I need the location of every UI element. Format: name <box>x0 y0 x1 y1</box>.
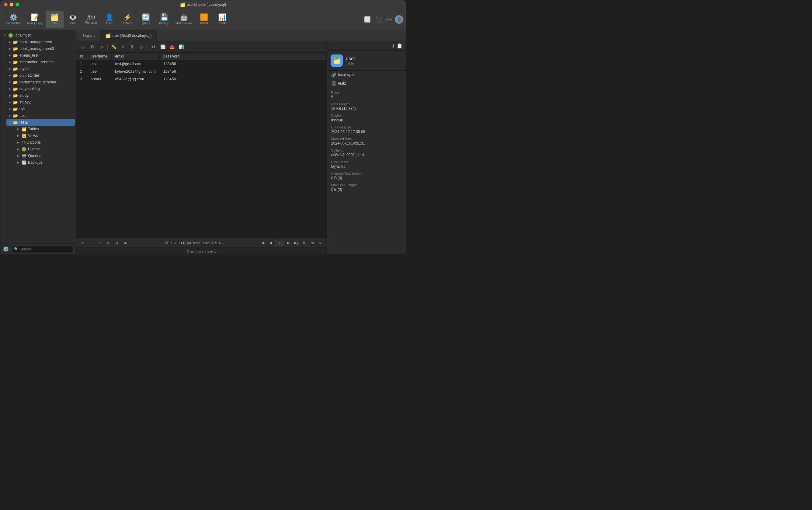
toolbar-user[interactable]: 👤 User <box>100 11 119 28</box>
stop-status-button[interactable]: ■ <box>122 239 129 246</box>
cell-id: 2 <box>76 68 87 76</box>
sidebar-tree: ▼ 🟢 localmysql ▶ 📂 book_management ▶ 📂 b… <box>0 30 76 243</box>
chart2-button[interactable]: 📊 <box>177 43 185 51</box>
sidebar-item-views[interactable]: ▶ 🖼️ Views <box>15 132 75 139</box>
toolbar-charts[interactable]: 📊 Charts <box>213 11 231 28</box>
toolbar-function[interactable]: f(x) Function <box>82 11 100 28</box>
test2-children: ▶ 🗂️ Tables ▶ 🖼️ Views ▶ f Functio <box>5 126 76 166</box>
search-input[interactable] <box>20 247 71 251</box>
cell-email: test@gmail.com <box>111 60 160 68</box>
edit-button[interactable]: ✏️ <box>110 43 118 51</box>
sidebar: ▼ 🟢 localmysql ▶ 📂 book_management ▶ 📂 b… <box>0 30 76 255</box>
connection-tab-icon: 🗂️ <box>106 33 111 38</box>
sidebar-item-mysql[interactable]: ▶ 📂 mysql <box>6 65 75 72</box>
cell-username: admin <box>87 76 111 83</box>
toolbar-query[interactable]: 🔄 Query <box>137 11 155 28</box>
sidebar-item-sys[interactable]: ▶ 📂 sys <box>6 106 75 112</box>
table-row[interactable]: 1 test test@gmail.com 123456 <box>76 60 327 68</box>
tab-connection[interactable]: 🗂️ user@test2 (localmysql) <box>101 30 157 41</box>
last-page-button[interactable]: ▶| <box>293 239 299 246</box>
tab-bar: Objects 🗂️ user@test2 (localmysql) <box>76 30 406 41</box>
table-icon: 🗂️ <box>51 14 59 21</box>
table-row[interactable]: 2 user byleve2022@gmail.com 123456 <box>76 68 327 76</box>
toolbar-new-query[interactable]: 📝 New Query <box>24 11 46 28</box>
col-header-username: username <box>87 53 111 60</box>
sidebar-item-performance-schema[interactable]: ▶ 📂 performance_schema <box>6 79 75 86</box>
toolbar-connection[interactable]: ⚙️ Connection <box>3 11 24 28</box>
sort-button[interactable]: ⇅ <box>128 43 136 51</box>
toolbar-table[interactable]: 🗂️ Table <box>46 11 64 28</box>
info-icon[interactable]: ℹ <box>392 43 394 49</box>
expand-icon: ▶ <box>9 74 13 77</box>
sidebar-item-tables[interactable]: ▶ 🗂️ Tables <box>15 126 75 132</box>
expand-icon: ▶ <box>9 81 13 84</box>
cancel-status-button[interactable]: ✕ <box>105 239 112 246</box>
sidebar-item-test2[interactable]: ▼ 📂 test2 <box>6 119 75 126</box>
backups-label: Backups <box>28 160 72 165</box>
list-view-button[interactable]: ≡ <box>317 239 324 246</box>
sidebar-item-information-schema[interactable]: ▶ 📂 information_schema <box>6 59 75 65</box>
chart-button[interactable]: 📈 <box>158 43 167 51</box>
check-status-button[interactable]: ✓ <box>96 239 103 246</box>
toolbar-model[interactable]: 🟧 Model <box>194 11 213 28</box>
next-page-button[interactable]: ▶ <box>285 239 291 246</box>
sidebar-item-onlineorder[interactable]: ▶ 📂 onlineOrder <box>6 72 75 79</box>
sidebar-item-study[interactable]: ▶ 📂 study <box>6 92 75 99</box>
sidebar-item-queries[interactable]: ▶ 🗃️ Queries <box>15 152 75 159</box>
others-label: Others <box>123 22 132 25</box>
close-button[interactable] <box>4 3 8 6</box>
panel-split-icon[interactable]: ⬛ <box>374 15 384 24</box>
sidebar-item-staybooking[interactable]: ▶ 📂 staybooking <box>6 86 75 92</box>
db-icon: 📂 <box>13 47 18 51</box>
toolbar-backup[interactable]: 💾 Backup <box>155 11 173 28</box>
sidebar-item-localmysql[interactable]: ▼ 🟢 localmysql <box>2 32 75 39</box>
sidebar-item-study2[interactable]: ▶ 📂 study2 <box>6 99 75 106</box>
export-button[interactable]: 📤 <box>168 43 176 51</box>
db-icon: 📂 <box>13 107 18 111</box>
gear-icon[interactable]: ⚙️ <box>3 246 9 252</box>
first-page-button[interactable]: |◀ <box>259 239 266 246</box>
delete-row-button[interactable]: ⊖ <box>97 43 106 51</box>
backup-label: Backup <box>159 22 169 25</box>
toolbar-others[interactable]: ⚡ Others <box>119 11 137 28</box>
toolbar-view[interactable]: 👁️ View <box>64 11 82 28</box>
minimize-button[interactable] <box>10 3 13 6</box>
panel-table-info: 🗂️ user Table <box>327 51 406 70</box>
sidebar-item-functions[interactable]: ▶ f Functions <box>15 139 75 146</box>
filter-button[interactable]: ⧖ <box>119 43 127 51</box>
query-label: Query <box>142 22 150 25</box>
tables-label: Tables <box>28 127 72 131</box>
sidebar-item-book-management[interactable]: ▶ 📂 book_management <box>6 39 75 45</box>
search-box[interactable]: 🔍 <box>11 246 73 253</box>
db-icon: 📂 <box>13 53 18 58</box>
avatar[interactable]: 👤 <box>395 15 403 24</box>
add-row-button[interactable]: ⊕ <box>79 43 87 51</box>
remove-status-button[interactable]: − <box>88 239 95 246</box>
sidebar-item-events[interactable]: ▶ 🟢 Events <box>15 146 75 152</box>
panel-connection-info: 🔗 localmysql <box>327 70 406 79</box>
prev-page-button[interactable]: ◀ <box>267 239 274 246</box>
page-number-input[interactable] <box>275 240 283 246</box>
tab-objects[interactable]: Objects <box>76 30 101 41</box>
add-status-button[interactable]: + <box>79 239 86 246</box>
table-row[interactable]: 3 admin 654321@qq.com 123456 <box>76 76 327 83</box>
sidebar-item-book-management3[interactable]: ▶ 📂 book_management3 <box>6 45 75 52</box>
automation-icon: 🤖 <box>180 14 188 21</box>
sidebar-item-backups[interactable]: ▶ 🔄 Backups <box>15 159 75 166</box>
settings-button[interactable]: ⚙ <box>300 239 307 246</box>
grid-button[interactable]: ⊞ <box>137 43 145 51</box>
sidebar-item-test[interactable]: ▶ 📂 test <box>6 112 75 119</box>
root-label: localmysql <box>14 33 72 37</box>
refresh-button[interactable]: ↺ <box>149 43 158 51</box>
copy-row-button[interactable]: ⧉ <box>88 43 96 51</box>
toolbar-automation[interactable]: 🤖 Automation <box>173 11 195 28</box>
sidebar-item-ebean-test[interactable]: ▶ 📂 ebean_test <box>6 52 75 59</box>
panel-toggle-icon[interactable]: ⬜ <box>363 15 372 24</box>
columns-icon[interactable]: 📋 <box>397 43 403 49</box>
refresh-status-button[interactable]: ↺ <box>114 239 120 246</box>
db-label: onlineOrder <box>20 73 72 78</box>
maximize-button[interactable] <box>16 3 19 6</box>
grid-view-button[interactable]: ⊞ <box>309 239 316 246</box>
main-window: 🗂️ user@test2 (localmysql) ⚙️ Connection… <box>0 0 406 255</box>
sql-preview: SELECT * FROM `test2`.`user` LIMIT... <box>130 241 257 245</box>
